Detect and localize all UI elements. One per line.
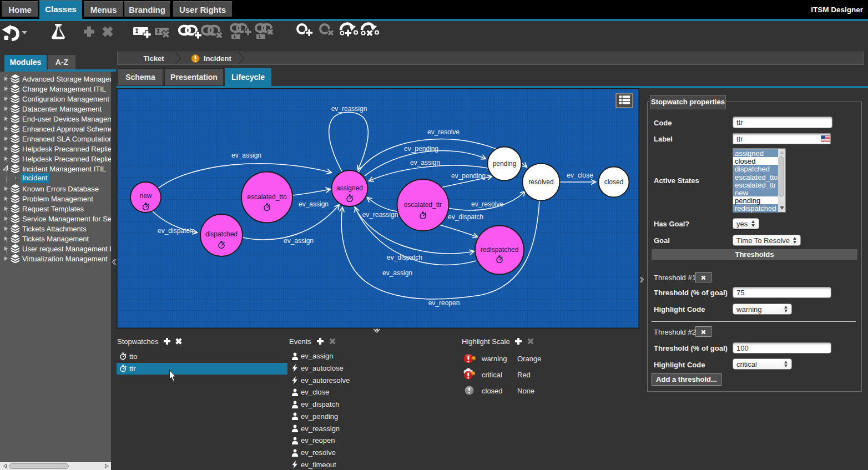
svg-text:closed: closed: [604, 178, 624, 186]
svg-text:ev_dispatch: ev_dispatch: [448, 213, 483, 221]
svg-text:ev_reopen: ev_reopen: [428, 299, 460, 307]
svg-text:ev_assign: ev_assign: [231, 151, 261, 159]
svg-text:ev_resolve: ev_resolve: [471, 200, 503, 208]
svg-text:ev_assign: ev_assign: [284, 237, 314, 245]
svg-text:ev_pending: ev_pending: [451, 172, 486, 180]
svg-text:escalated_ttr: escalated_ttr: [404, 201, 442, 209]
svg-text:resolved: resolved: [528, 178, 553, 186]
svg-text:new: new: [139, 192, 152, 200]
svg-text:ev_assign: ev_assign: [410, 159, 440, 166]
svg-text:ev_dispatch: ev_dispatch: [387, 254, 422, 261]
svg-text:ev_pending: ev_pending: [404, 145, 438, 153]
svg-text:ev_assign: ev_assign: [299, 200, 329, 208]
svg-text:pending: pending: [493, 160, 517, 168]
svg-text:assigned: assigned: [336, 184, 363, 192]
svg-text:ev_dispatch: ev_dispatch: [158, 227, 193, 235]
svg-text:escalated_tto: escalated_tto: [247, 193, 287, 201]
svg-text:ev_reassign: ev_reassign: [362, 211, 398, 219]
svg-text:ev_resolve: ev_resolve: [427, 128, 460, 136]
svg-text:dispatched: dispatched: [205, 230, 238, 238]
svg-text:ev_reassign: ev_reassign: [331, 105, 367, 113]
svg-text:ev_close: ev_close: [567, 171, 593, 179]
svg-text:redispatched: redispatched: [481, 246, 519, 254]
svg-text:ev_assign: ev_assign: [382, 269, 412, 277]
